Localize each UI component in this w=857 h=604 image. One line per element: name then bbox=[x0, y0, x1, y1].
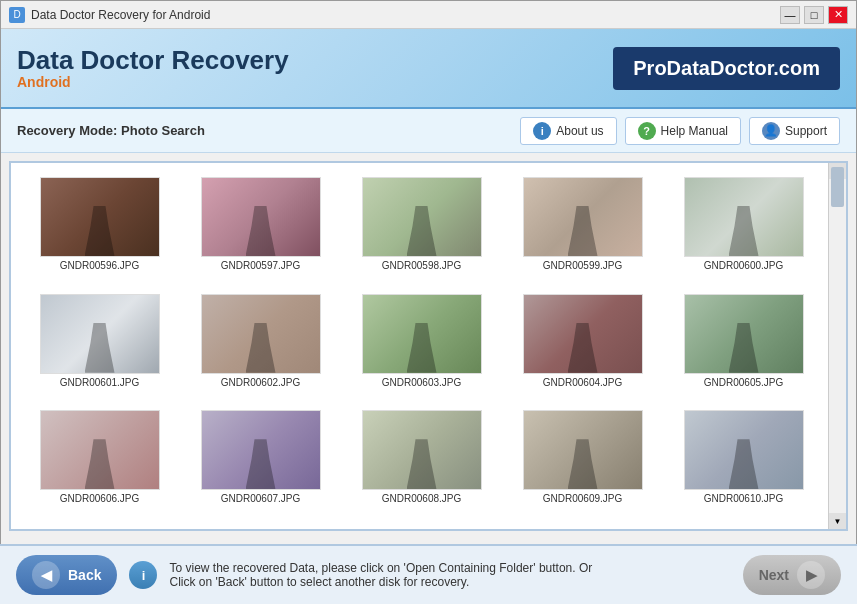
photo-filename: GNDR00598.JPG bbox=[382, 260, 461, 271]
list-item[interactable]: GNDR00610.JPG bbox=[663, 404, 824, 521]
about-label: About us bbox=[556, 124, 603, 138]
list-item[interactable]: GNDR00598.JPG bbox=[341, 171, 502, 288]
photo-filename: GNDR00597.JPG bbox=[221, 260, 300, 271]
photo-thumbnail bbox=[523, 410, 643, 490]
photo-thumbnail bbox=[684, 410, 804, 490]
maximize-button[interactable]: □ bbox=[804, 6, 824, 24]
photo-filename: GNDR00606.JPG bbox=[60, 493, 139, 504]
back-button[interactable]: ◀ Back bbox=[16, 555, 117, 595]
photo-filename: GNDR00599.JPG bbox=[543, 260, 622, 271]
list-item[interactable]: GNDR00607.JPG bbox=[180, 404, 341, 521]
next-arrow-icon: ▶ bbox=[797, 561, 825, 589]
bottom-bar: ◀ Back i To view the recovered Data, ple… bbox=[0, 544, 857, 604]
list-item[interactable]: GNDR00602.JPG bbox=[180, 288, 341, 405]
app-header: Data Doctor Recovery Android ProDataDoct… bbox=[1, 29, 856, 109]
photo-filename: GNDR00600.JPG bbox=[704, 260, 783, 271]
brand-logo: ProDataDoctor.com bbox=[613, 47, 840, 90]
photo-thumbnail bbox=[40, 294, 160, 374]
photo-filename: GNDR00607.JPG bbox=[221, 493, 300, 504]
support-icon: 👤 bbox=[762, 122, 780, 140]
photo-thumbnail bbox=[362, 410, 482, 490]
photo-thumbnail bbox=[40, 410, 160, 490]
next-label: Next bbox=[759, 567, 789, 583]
back-arrow-icon: ◀ bbox=[32, 561, 60, 589]
photo-filename: GNDR00603.JPG bbox=[382, 377, 461, 388]
list-item[interactable]: GNDR00603.JPG bbox=[341, 288, 502, 405]
photo-thumbnail bbox=[201, 410, 321, 490]
list-item[interactable]: GNDR00609.JPG bbox=[502, 404, 663, 521]
photo-filename: GNDR00610.JPG bbox=[704, 493, 783, 504]
list-item[interactable]: GNDR00601.JPG bbox=[19, 288, 180, 405]
main-content: GNDR00596.JPGGNDR00597.JPGGNDR00598.JPGG… bbox=[9, 161, 848, 531]
list-item[interactable]: GNDR00597.JPG bbox=[180, 171, 341, 288]
help-label: Help Manual bbox=[661, 124, 728, 138]
minimize-button[interactable]: — bbox=[780, 6, 800, 24]
photo-thumbnail bbox=[40, 177, 160, 257]
photo-thumbnail bbox=[362, 294, 482, 374]
title-bar-text: Data Doctor Recovery for Android bbox=[31, 8, 780, 22]
title-bar-controls: — □ ✕ bbox=[780, 6, 848, 24]
scrollbar[interactable]: ▲ ▼ bbox=[828, 163, 846, 529]
photo-thumbnail bbox=[523, 294, 643, 374]
info-icon: i bbox=[533, 122, 551, 140]
photo-filename: GNDR00604.JPG bbox=[543, 377, 622, 388]
recovery-mode-label: Recovery Mode: Photo Search bbox=[17, 123, 512, 138]
list-item[interactable]: GNDR00604.JPG bbox=[502, 288, 663, 405]
instruction-line-1: To view the recovered Data, please click… bbox=[169, 561, 730, 575]
app-icon: D bbox=[9, 7, 25, 23]
photo-thumbnail bbox=[684, 177, 804, 257]
support-label: Support bbox=[785, 124, 827, 138]
support-button[interactable]: 👤 Support bbox=[749, 117, 840, 145]
list-item[interactable]: GNDR00608.JPG bbox=[341, 404, 502, 521]
toolbar: Recovery Mode: Photo Search i About us ?… bbox=[1, 109, 856, 153]
photo-thumbnail bbox=[201, 294, 321, 374]
photo-thumbnail bbox=[523, 177, 643, 257]
list-item[interactable]: GNDR00596.JPG bbox=[19, 171, 180, 288]
help-icon: ? bbox=[638, 122, 656, 140]
next-button[interactable]: Next ▶ bbox=[743, 555, 841, 595]
photo-filename: GNDR00602.JPG bbox=[221, 377, 300, 388]
list-item[interactable]: GNDR00606.JPG bbox=[19, 404, 180, 521]
bottom-instructions: To view the recovered Data, please click… bbox=[169, 561, 730, 589]
help-button[interactable]: ? Help Manual bbox=[625, 117, 741, 145]
back-label: Back bbox=[68, 567, 101, 583]
photo-filename: GNDR00605.JPG bbox=[704, 377, 783, 388]
photo-filename: GNDR00596.JPG bbox=[60, 260, 139, 271]
app-title: Data Doctor Recovery bbox=[17, 46, 613, 75]
photo-filename: GNDR00601.JPG bbox=[60, 377, 139, 388]
list-item[interactable]: GNDR00600.JPG bbox=[663, 171, 824, 288]
instruction-line-2: Click on 'Back' button to select another… bbox=[169, 575, 730, 589]
title-bar: D Data Doctor Recovery for Android — □ ✕ bbox=[1, 1, 856, 29]
info-circle-icon: i bbox=[129, 561, 157, 589]
scroll-thumb[interactable] bbox=[831, 167, 844, 207]
app-title-section: Data Doctor Recovery Android bbox=[17, 46, 613, 91]
list-item[interactable]: GNDR00605.JPG bbox=[663, 288, 824, 405]
app-subtitle: Android bbox=[17, 74, 613, 90]
photo-grid: GNDR00596.JPGGNDR00597.JPGGNDR00598.JPGG… bbox=[11, 163, 846, 529]
list-item[interactable]: GNDR00599.JPG bbox=[502, 171, 663, 288]
photo-thumbnail bbox=[362, 177, 482, 257]
scroll-down-arrow[interactable]: ▼ bbox=[829, 513, 846, 529]
close-button[interactable]: ✕ bbox=[828, 6, 848, 24]
photo-thumbnail bbox=[684, 294, 804, 374]
about-button[interactable]: i About us bbox=[520, 117, 616, 145]
photo-thumbnail bbox=[201, 177, 321, 257]
photo-filename: GNDR00609.JPG bbox=[543, 493, 622, 504]
photo-filename: GNDR00608.JPG bbox=[382, 493, 461, 504]
